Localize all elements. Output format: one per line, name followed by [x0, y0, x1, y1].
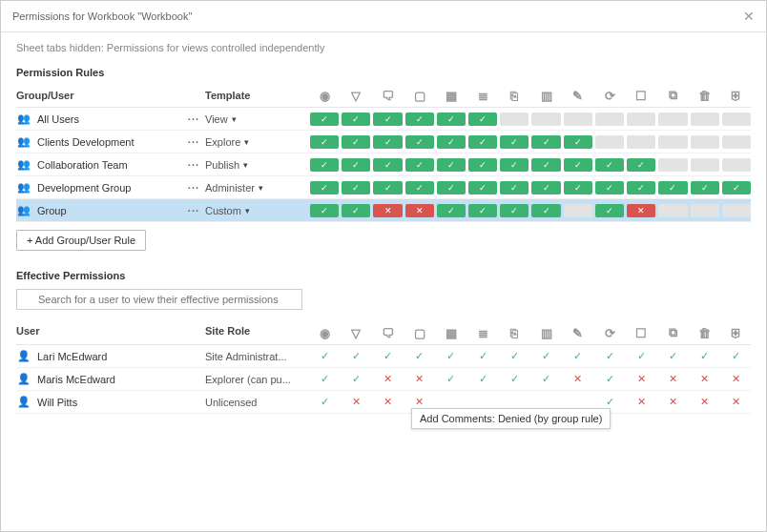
- perm-pill[interactable]: ✓: [437, 204, 466, 217]
- perm-pill[interactable]: ✓: [595, 204, 624, 217]
- perm-pill[interactable]: [691, 135, 719, 149]
- dialog-header: Permissions for Workbook "Workbook" ✕: [1, 1, 766, 32]
- perm-pill[interactable]: ✓: [437, 135, 466, 149]
- perm-pill[interactable]: ✓: [564, 181, 592, 194]
- perm-pill[interactable]: ✓: [437, 181, 466, 194]
- perm-pill[interactable]: ✓: [468, 204, 497, 217]
- perm-pill[interactable]: [500, 113, 529, 126]
- perm-pill[interactable]: [595, 113, 624, 126]
- perm-pill[interactable]: [658, 113, 687, 126]
- perm-pill[interactable]: ✓: [310, 181, 339, 194]
- perm-pill[interactable]: ✓: [342, 158, 370, 172]
- rule-row[interactable]: 👥Development Group···Administer▾✓✓✓✓✓✓✓✓…: [16, 176, 751, 199]
- close-icon[interactable]: ✕: [743, 9, 755, 24]
- perm-pill[interactable]: ✓: [405, 158, 434, 172]
- perm-pill[interactable]: [658, 158, 687, 172]
- perm-pill[interactable]: [691, 204, 719, 217]
- row-actions-button[interactable]: ···: [182, 136, 205, 148]
- template-select[interactable]: Publish▾: [205, 159, 310, 171]
- row-actions-button[interactable]: ···: [182, 182, 205, 194]
- perm-col-icon: ⟳: [595, 326, 624, 340]
- eff-perm-mark: ✓: [373, 350, 402, 362]
- perm-pill[interactable]: ✓: [531, 158, 560, 172]
- perm-pill[interactable]: ✓: [500, 204, 529, 217]
- add-group-user-rule-button[interactable]: + Add Group/User Rule: [16, 230, 146, 251]
- perm-pill[interactable]: [691, 158, 719, 172]
- perm-pill[interactable]: ✓: [437, 158, 466, 172]
- chevron-down-icon: ▾: [245, 206, 250, 215]
- perm-pill[interactable]: [691, 113, 719, 126]
- perm-pill[interactable]: ✓: [373, 181, 402, 194]
- rule-row[interactable]: 👥Clients Development···Explore▾✓✓✓✓✓✓✓✓✓: [16, 131, 751, 153]
- perm-pill[interactable]: [564, 113, 592, 126]
- perm-pill[interactable]: ✓: [564, 135, 592, 149]
- col-user: User: [16, 325, 205, 340]
- perm-pill[interactable]: ✓: [627, 158, 655, 172]
- perm-pill[interactable]: [658, 135, 687, 149]
- perm-pill[interactable]: ✓: [468, 181, 497, 194]
- perm-pill[interactable]: ✓: [722, 181, 751, 194]
- group-name: Development Group: [37, 182, 176, 194]
- perm-pill[interactable]: ✓: [468, 113, 497, 126]
- perm-pill[interactable]: ✓: [500, 181, 529, 194]
- row-actions-button[interactable]: ···: [182, 113, 205, 125]
- rule-row[interactable]: 👥All Users···View▾✓✓✓✓✓✓: [16, 108, 751, 131]
- perm-pill[interactable]: ✓: [310, 135, 339, 149]
- perm-pill[interactable]: ✓: [405, 113, 434, 126]
- perm-pill[interactable]: ✓: [405, 181, 434, 194]
- perm-pill[interactable]: ✓: [500, 158, 529, 172]
- perm-pill[interactable]: ✓: [342, 135, 370, 149]
- perm-pill[interactable]: ✓: [342, 181, 370, 194]
- perm-pill[interactable]: ✓: [691, 181, 719, 194]
- perm-pill[interactable]: [595, 135, 624, 149]
- perm-pill[interactable]: ✓: [627, 181, 655, 194]
- perm-pill[interactable]: ✕: [627, 204, 655, 217]
- row-actions-button[interactable]: ···: [182, 205, 205, 216]
- rule-row[interactable]: 👥Collaboration Team···Publish▾✓✓✓✓✓✓✓✓✓✓…: [16, 153, 751, 176]
- perm-pill[interactable]: [658, 204, 687, 217]
- perm-pill[interactable]: [722, 204, 751, 217]
- perm-pill[interactable]: ✓: [595, 158, 624, 172]
- perm-pill[interactable]: ✓: [310, 204, 339, 217]
- perm-pill[interactable]: ✓: [310, 158, 339, 172]
- perm-pill[interactable]: ✓: [531, 181, 560, 194]
- perm-pill[interactable]: ✓: [531, 135, 560, 149]
- perm-col-icon: ▦: [437, 326, 466, 340]
- template-select[interactable]: Custom▾: [205, 205, 310, 216]
- template-select[interactable]: Administer▾: [205, 182, 310, 194]
- perm-pill[interactable]: ✓: [500, 135, 529, 149]
- perm-pill[interactable]: ✓: [373, 158, 402, 172]
- row-actions-button[interactable]: ···: [182, 159, 205, 171]
- perm-pill[interactable]: ✓: [658, 181, 687, 194]
- perm-pill[interactable]: [627, 113, 655, 126]
- perm-pill[interactable]: ✓: [468, 135, 497, 149]
- perm-pill[interactable]: ✓: [373, 135, 402, 149]
- perm-pill[interactable]: ✓: [342, 204, 370, 217]
- template-select[interactable]: Explore▾: [205, 136, 310, 148]
- perm-pill[interactable]: [722, 135, 751, 149]
- perm-pill[interactable]: [722, 113, 751, 126]
- perm-pill[interactable]: ✕: [405, 204, 434, 217]
- perm-pill[interactable]: ✓: [342, 113, 370, 126]
- perm-pill[interactable]: ✓: [595, 181, 624, 194]
- perm-pill[interactable]: ✓: [437, 113, 466, 126]
- perm-pill[interactable]: ✓: [468, 158, 497, 172]
- perm-pill[interactable]: [531, 113, 560, 126]
- search-input[interactable]: [16, 289, 302, 310]
- perm-pill[interactable]: ✓: [564, 158, 592, 172]
- perm-pill[interactable]: [564, 204, 592, 217]
- effective-row[interactable]: 👤Lari McEdwardSite Administrat...✓✓✓✓✓✓✓…: [16, 345, 751, 368]
- perm-pill[interactable]: ✓: [310, 113, 339, 126]
- perm-pill[interactable]: ✓: [373, 113, 402, 126]
- perm-pill[interactable]: ✓: [405, 135, 434, 149]
- template-select[interactable]: View▾: [205, 113, 310, 125]
- perm-pill[interactable]: ✓: [531, 204, 560, 217]
- effective-row[interactable]: 👤Will PittsUnlicensed✓✕✕✕✓✕✕✕✕: [16, 391, 751, 414]
- dialog-title: Permissions for Workbook "Workbook": [12, 10, 192, 22]
- perm-pill[interactable]: [722, 158, 751, 172]
- user-icon: 👤: [16, 396, 31, 408]
- perm-pill[interactable]: ✕: [373, 204, 402, 217]
- effective-row[interactable]: 👤Maris McEdwardExplorer (can pu...✓✓✕✕✓✓…: [16, 368, 751, 391]
- rule-row[interactable]: 👥Group···Custom▾✓✓✕✕✓✓✓✓✓✕: [16, 199, 751, 222]
- perm-pill[interactable]: [627, 135, 655, 149]
